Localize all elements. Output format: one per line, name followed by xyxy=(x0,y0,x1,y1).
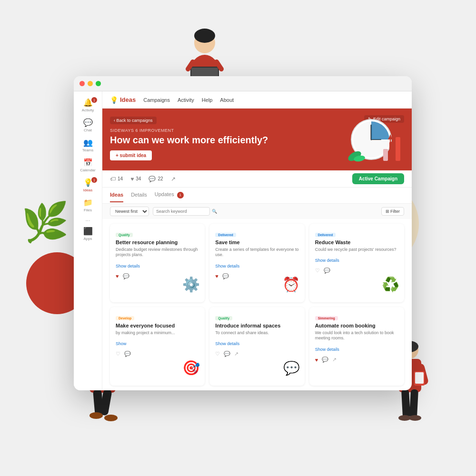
idea-icon-5: 💬 xyxy=(283,360,300,376)
sidebar-label-ideas: Ideas xyxy=(83,188,93,192)
like-button-3[interactable]: ♡ xyxy=(315,268,320,274)
idea-show-details-6[interactable]: Show details xyxy=(315,347,339,352)
sidebar-item-files[interactable]: 📁 Files xyxy=(74,195,102,215)
tab-ideas[interactable]: Ideas xyxy=(110,188,123,202)
nav-item-campaigns[interactable]: Campaigns xyxy=(143,96,170,104)
tab-details[interactable]: Details xyxy=(131,188,147,202)
svg-rect-15 xyxy=(99,388,112,416)
sidebar-item-apps[interactable]: ⬛ Apps xyxy=(74,224,102,244)
activity-badge: 1 xyxy=(91,97,97,103)
idea-icon-2: ⏰ xyxy=(282,276,300,293)
idea-desc-5: To connect and share ideas. xyxy=(215,330,298,336)
sidebar-item-teams[interactable]: 👥 Teams xyxy=(74,135,102,155)
search-input[interactable] xyxy=(153,207,210,216)
comment-button-4[interactable]: 💬 xyxy=(124,351,131,357)
sidebar-more-dots: ··· xyxy=(85,217,90,224)
sidebar-item-activity[interactable]: 🔔 Activity 1 xyxy=(74,95,102,115)
idea-card-save-time: Delivered Save time Create a series of t… xyxy=(209,224,304,302)
svg-rect-14 xyxy=(93,389,104,416)
like-button-5[interactable]: ♡ xyxy=(215,351,220,357)
nav-item-about[interactable]: About xyxy=(220,96,234,104)
tab-updates[interactable]: Updates 1 xyxy=(155,188,184,203)
comment-button-5[interactable]: 💬 xyxy=(224,351,230,357)
window-maximize-dot[interactable] xyxy=(96,81,101,86)
browser-window: 🔔 Activity 1 💬 Chat 👥 Teams 📅 Calendar 💡… xyxy=(74,76,412,390)
idea-icon-4: 🎯 xyxy=(182,359,200,376)
idea-show-details-1[interactable]: Show details xyxy=(116,264,140,268)
nav-item-help[interactable]: Help xyxy=(202,96,213,104)
sidebar-item-ideas[interactable]: 💡 Ideas 1 xyxy=(74,175,102,195)
active-campaign-button[interactable]: Active Campaign xyxy=(352,173,404,184)
svg-point-17 xyxy=(104,415,118,421)
idea-show-details-4[interactable]: Show xyxy=(116,341,127,346)
idea-card-everyone-focused: Develop Make everyone focused by making … xyxy=(110,307,205,386)
ideas-grid: Qualify Better resource planning Dedicat… xyxy=(102,219,412,391)
nav-item-activity[interactable]: Activity xyxy=(178,96,194,104)
svg-rect-35 xyxy=(396,137,400,161)
sidebar-item-calendar[interactable]: 📅 Calendar xyxy=(74,155,102,175)
app-layout: 🔔 Activity 1 💬 Chat 👥 Teams 📅 Calendar 💡… xyxy=(74,91,412,390)
like-button-1[interactable]: ♥ xyxy=(116,273,119,279)
share-button-6[interactable]: ↗ xyxy=(332,357,337,363)
submit-idea-button[interactable]: + submit idea xyxy=(110,150,152,160)
sidebar-label-files: Files xyxy=(84,208,92,212)
idea-card-automate-room-booking: Simmering Automate room booking We could… xyxy=(309,307,404,386)
share-stat-icon: ↗ xyxy=(171,176,176,182)
idea-icon-3: ♻️ xyxy=(382,276,399,293)
svg-point-28 xyxy=(409,415,421,421)
logo-icon: 💡 xyxy=(110,96,118,104)
idea-desc-1: Dedicate budget review milestones throug… xyxy=(116,247,199,258)
comment-button-2[interactable]: 💬 xyxy=(222,273,229,279)
idea-actions-4: ♡ 💬 xyxy=(116,351,199,357)
svg-line-8 xyxy=(217,62,221,69)
like-button-2[interactable]: ♥ xyxy=(215,273,218,279)
comments-count: 22 xyxy=(158,176,163,181)
filter-button[interactable]: ⊞ Filter xyxy=(381,207,405,216)
idea-card-better-resource-planning: Qualify Better resource planning Dedicat… xyxy=(110,224,205,302)
stat-share[interactable]: ↗ xyxy=(171,176,176,182)
idea-desc-6: We could look into a tech solution to bo… xyxy=(315,330,398,341)
idea-desc-2: Create a series of templates for everyon… xyxy=(215,247,298,258)
comments-stat-icon: 💬 xyxy=(149,176,156,182)
sidebar-label-teams: Teams xyxy=(82,148,94,152)
idea-title-1: Better resource planning xyxy=(116,239,199,245)
sort-select[interactable]: Newest first xyxy=(110,207,149,216)
idea-title-2: Save time xyxy=(215,239,298,245)
svg-point-2 xyxy=(194,29,215,43)
window-close-dot[interactable] xyxy=(79,81,85,86)
nav-logo: 💡 Ideas xyxy=(110,96,136,104)
ideas-stat-icon: 🏷 xyxy=(110,176,116,182)
idea-title-3: Reduce Waste xyxy=(315,239,398,245)
idea-title-6: Automate room booking xyxy=(315,323,398,328)
idea-title-4: Make everyone focused xyxy=(116,323,199,328)
idea-show-details-2[interactable]: Show details xyxy=(215,264,239,268)
svg-rect-25 xyxy=(401,389,410,418)
browser-chrome xyxy=(74,76,412,91)
sidebar: 🔔 Activity 1 💬 Chat 👥 Teams 📅 Calendar 💡… xyxy=(74,91,102,390)
stat-likes[interactable]: ♥ 34 xyxy=(130,176,141,182)
svg-rect-22 xyxy=(414,363,429,386)
comment-button-1[interactable]: 💬 xyxy=(123,273,129,279)
svg-rect-26 xyxy=(409,389,418,418)
share-button-5[interactable]: ↗ xyxy=(234,351,238,357)
window-minimize-dot[interactable] xyxy=(88,81,93,86)
idea-status-delivered-3: Delivered xyxy=(315,233,336,237)
comment-button-3[interactable]: 💬 xyxy=(324,268,330,274)
comment-button-6[interactable]: 💬 xyxy=(322,357,328,363)
teams-icon: 👥 xyxy=(83,138,93,147)
idea-show-details-3[interactable]: Show details xyxy=(315,258,339,263)
back-to-campaigns-button[interactable]: ‹ Back to campaigns xyxy=(110,117,157,124)
bg-leaf: 🌿 xyxy=(21,200,69,245)
sidebar-item-chat[interactable]: 💬 Chat xyxy=(74,115,102,135)
like-button-6[interactable]: ♥ xyxy=(315,357,318,363)
idea-actions-3: ♡ 💬 xyxy=(315,268,398,274)
idea-show-details-5[interactable]: Show details xyxy=(215,341,239,346)
stat-comments[interactable]: 💬 22 xyxy=(149,176,163,182)
stats-bar: 🏷 14 ♥ 34 💬 22 ↗ Active Campaign xyxy=(102,170,412,188)
idea-actions-5: ♡ 💬 ↗ xyxy=(215,351,298,357)
like-button-4[interactable]: ♡ xyxy=(116,351,120,357)
tab-updates-label: Updates xyxy=(155,191,174,197)
svg-rect-33 xyxy=(383,149,388,161)
hero-banner: ‹ Back to campaigns ✎ Edit campaign SIDE… xyxy=(102,109,412,170)
svg-rect-24 xyxy=(415,372,424,384)
